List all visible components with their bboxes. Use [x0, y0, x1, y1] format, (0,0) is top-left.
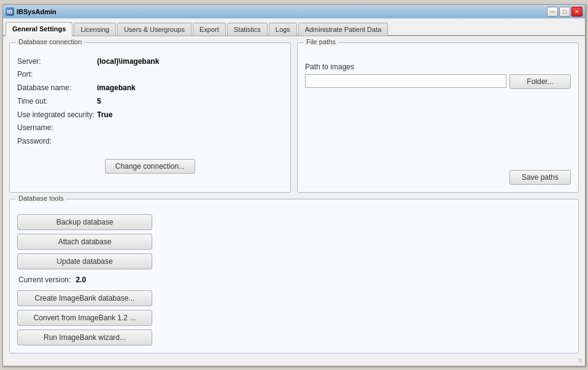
- path-to-images-section: Path to images Folder...: [305, 63, 571, 89]
- server-value: (local)\imagebank: [97, 56, 159, 67]
- title-bar: IB IBSysAdmin — □ ✕: [3, 5, 585, 18]
- server-row: Server: (local)\imagebank: [17, 56, 283, 67]
- version-value: 2.0: [75, 276, 86, 284]
- file-paths-inner: Path to images Folder... Save paths: [305, 56, 571, 185]
- tab-licensing[interactable]: Licensing: [74, 23, 115, 36]
- dbname-value: imagebank: [97, 83, 136, 93]
- maximize-button[interactable]: □: [559, 7, 570, 17]
- path-to-images-label: Path to images: [305, 63, 571, 71]
- tools-buttons: Backup database Attach database Update d…: [17, 210, 571, 345]
- attach-database-button[interactable]: Attach database: [17, 234, 152, 250]
- tab-administrate-patient-data[interactable]: Administrate Patient Data: [298, 23, 389, 36]
- db-connection-info: Server: (local)\imagebank Port: Database…: [17, 56, 283, 147]
- tab-users-usergroups[interactable]: Users & Usergroups: [117, 23, 191, 36]
- version-row: Current version: 2.0: [17, 276, 86, 284]
- port-label: Port:: [17, 69, 97, 80]
- timeout-label: Time out:: [17, 96, 97, 107]
- tab-export[interactable]: Export: [193, 23, 226, 36]
- close-button[interactable]: ✕: [571, 7, 582, 17]
- file-paths-panel: File paths Path to images Folder... Save…: [297, 42, 579, 193]
- server-label: Server:: [17, 56, 97, 67]
- main-window: IB IBSysAdmin — □ ✕ General Settings Lic…: [2, 4, 586, 366]
- path-input-row: Folder...: [305, 74, 571, 89]
- top-row: Database connection Server: (local)\imag…: [9, 42, 579, 193]
- app-icon: IB: [6, 7, 14, 16]
- tab-logs[interactable]: Logs: [269, 23, 297, 36]
- tab-statistics[interactable]: Statistics: [227, 23, 268, 36]
- db-connection-panel: Database connection Server: (local)\imag…: [9, 42, 291, 193]
- version-label: Current version:: [18, 276, 71, 284]
- dbname-row: Database name: imagebank: [17, 83, 283, 93]
- create-imagebank-db-button[interactable]: Create ImageBank database...: [17, 290, 152, 306]
- resize-icon: ⠿: [578, 358, 582, 364]
- run-wizard-button[interactable]: Run ImageBank wizard...: [17, 330, 152, 345]
- save-paths-row: Save paths: [305, 164, 571, 185]
- db-tools-title: Database tools: [16, 195, 66, 202]
- timeout-value: 5: [97, 96, 101, 107]
- dbname-label: Database name:: [17, 83, 97, 93]
- file-paths-title: File paths: [304, 38, 338, 45]
- main-content: Database connection Server: (local)\imag…: [3, 36, 585, 366]
- timeout-row: Time out: 5: [17, 96, 283, 107]
- folder-button[interactable]: Folder...: [509, 74, 571, 89]
- path-to-images-input[interactable]: [305, 74, 506, 88]
- tab-bar: General Settings Licensing Users & Userg…: [3, 18, 585, 36]
- password-row: Password:: [17, 136, 283, 147]
- username-label: Username:: [17, 123, 97, 133]
- db-tools-panel: Database tools Backup database Attach da…: [9, 199, 579, 353]
- update-database-button[interactable]: Update database: [17, 253, 152, 269]
- username-row: Username:: [17, 123, 283, 133]
- convert-imagebank-button[interactable]: Convert from ImageBank 1.2 ...: [17, 310, 152, 326]
- title-bar-controls: — □ ✕: [547, 7, 582, 17]
- minimize-button[interactable]: —: [547, 7, 558, 17]
- db-connection-title: Database connection: [16, 38, 84, 45]
- title-bar-title: IB IBSysAdmin: [6, 7, 56, 16]
- integrated-security-label: Use integrated security:: [17, 110, 97, 120]
- backup-database-button[interactable]: Backup database: [17, 214, 152, 230]
- password-label: Password:: [17, 136, 97, 147]
- port-row: Port:: [17, 69, 283, 80]
- integrated-security-row: Use integrated security: True: [17, 110, 283, 120]
- change-connection-button[interactable]: Change connection...: [105, 159, 195, 174]
- change-connection-row: Change connection...: [17, 159, 283, 174]
- tab-general-settings[interactable]: General Settings: [6, 22, 72, 36]
- save-paths-button[interactable]: Save paths: [509, 170, 571, 185]
- integrated-security-value: True: [97, 110, 112, 120]
